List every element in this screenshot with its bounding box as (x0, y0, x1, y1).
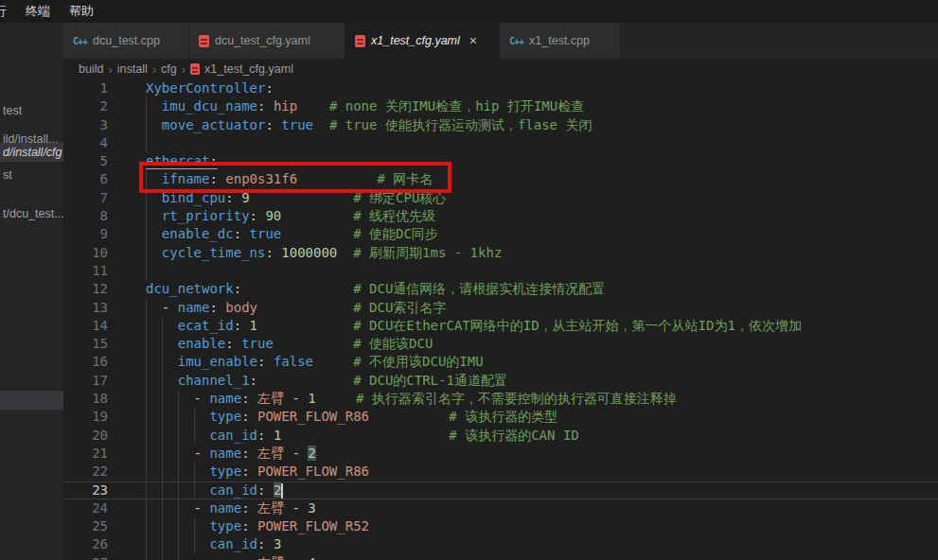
code-line[interactable]: 25 type: POWER_FLOW_R52 (63, 517, 938, 535)
code-content[interactable]: XyberController: (120, 79, 938, 97)
code-content[interactable] (120, 134, 938, 152)
line-number[interactable]: 16 (63, 353, 120, 371)
code-line[interactable]: 24 - name: 左臂 - 3 (63, 499, 938, 517)
breadcrumb-file[interactable]: x1_test_cfg.yaml (204, 62, 293, 76)
sidebar-item[interactable]: st (0, 166, 63, 184)
code-content[interactable] (120, 262, 938, 280)
code-content[interactable]: can_id: 3 (120, 535, 938, 553)
code-content[interactable]: - name: 左臂 - 2 (120, 445, 938, 463)
breadcrumb-segment[interactable]: install (117, 62, 148, 76)
sidebar-item[interactable]: d/install/cfg (0, 143, 63, 162)
indent-guide-line (162, 408, 163, 426)
tab-dcu_test_cfg.yaml[interactable]: dcu_test_cfg.yaml (189, 23, 345, 59)
code-line[interactable]: 19 type: POWER_FLOW_R86 # 该执行器的类型 (63, 408, 938, 426)
code-content[interactable]: ecat_id: 1 # DCU在EtherCAT网络中的ID，从主站开始，第一… (120, 317, 938, 335)
code-content[interactable]: type: POWER_FLOW_R52 (120, 517, 938, 535)
tab-dcu_test.cpp[interactable]: C++dcu_test.cpp (63, 23, 189, 59)
code-content[interactable]: cycle_time_ns: 1000000 # 刷新周期1ms - 1khz (120, 244, 938, 262)
sidebar-item[interactable]: t/dcu_test... (0, 204, 63, 223)
code-line[interactable]: 8 rt_priority: 90 # 线程优先级 (63, 207, 938, 225)
code-line[interactable]: 21 - name: 左臂 - 2 (63, 445, 938, 463)
line-number[interactable]: 22 (63, 463, 120, 481)
code-line[interactable]: 4 (63, 134, 938, 152)
code-content[interactable]: - name: 左臂 - 3 (120, 499, 938, 517)
code-line[interactable]: 1XyberController: (63, 79, 938, 97)
line-number[interactable]: 5 (63, 152, 120, 170)
line-number[interactable]: 8 (63, 207, 120, 225)
line-number[interactable]: 19 (63, 408, 120, 426)
code-content[interactable]: can_id: 1 # 该执行器的CAN ID (120, 427, 938, 445)
line-number[interactable]: 26 (63, 535, 120, 553)
code-content[interactable]: - name: 左臂 - 1 # 执行器索引名字，不需要控制的执行器可直接注释掉 (120, 390, 938, 408)
code-line[interactable]: 27 - name: 左臂 - 4 (63, 554, 938, 560)
breadcrumb-segment[interactable]: cfg (161, 62, 177, 76)
code-line[interactable]: 10 cycle_time_ns: 1000000 # 刷新周期1ms - 1k… (63, 244, 938, 262)
code-content[interactable]: dcu_network: # DCU通信网络，请根据实机连接情况配置 (120, 280, 938, 298)
code-line[interactable]: 20 can_id: 1 # 该执行器的CAN ID (63, 427, 938, 445)
line-number[interactable]: 12 (63, 280, 120, 298)
line-number[interactable]: 3 (63, 116, 120, 134)
code-content[interactable]: - name: 左臂 - 4 (120, 554, 938, 560)
line-number[interactable]: 2 (63, 97, 120, 115)
code-line[interactable]: 2 imu_dcu_name: hip # none 关闭IMU检查，hip 打… (63, 97, 938, 115)
line-number[interactable]: 7 (63, 189, 120, 207)
close-icon[interactable]: × (469, 34, 477, 47)
code-line[interactable]: 14 ecat_id: 1 # DCU在EtherCAT网络中的ID，从主站开始… (63, 317, 938, 335)
line-number[interactable]: 1 (63, 79, 120, 97)
tab-x1_test.cpp[interactable]: C++x1_test.cpp (500, 23, 621, 59)
line-number[interactable]: 20 (63, 427, 120, 445)
line-number[interactable]: 4 (63, 134, 120, 152)
line-number[interactable]: 25 (63, 517, 120, 535)
code-line[interactable]: 13 - name: body # DCU索引名字 (63, 299, 938, 317)
code-line[interactable]: 12dcu_network: # DCU通信网络，请根据实机连接情况配置 (63, 280, 938, 298)
chevron-right-icon: › (182, 62, 186, 77)
code-line[interactable]: 26 can_id: 3 (63, 535, 938, 553)
code-content[interactable]: channel_1: # DCU的CTRL-1通道配置 (120, 372, 938, 390)
code-content[interactable]: rt_priority: 90 # 线程优先级 (120, 207, 938, 225)
code-content[interactable]: imu_enable: false # 不使用该DCU的IMU (120, 353, 938, 371)
line-number[interactable]: 14 (63, 317, 120, 335)
token: 3 (274, 536, 281, 551)
code-content[interactable]: enable: true # 使能该DCU (120, 335, 938, 353)
code-line[interactable]: 11 (63, 262, 938, 280)
code-line[interactable]: 18 - name: 左臂 - 1 # 执行器索引名字，不需要控制的执行器可直接… (63, 390, 938, 408)
line-number[interactable]: 23 (63, 481, 120, 499)
line-number[interactable]: 15 (63, 335, 120, 353)
line-number[interactable]: 10 (63, 244, 120, 262)
sidebar-item[interactable]: test (0, 101, 63, 120)
code-content[interactable]: can_id: 2 (120, 481, 938, 499)
code-line[interactable]: 9 enable_dc: true # 使能DC同步 (63, 225, 938, 243)
code-content[interactable]: imu_dcu_name: hip # none 关闭IMU检查，hip 打开I… (120, 97, 938, 115)
line-number[interactable]: 13 (63, 299, 120, 317)
sidebar-item[interactable] (0, 391, 63, 410)
line-number[interactable]: 18 (63, 390, 120, 408)
line-number[interactable]: 21 (63, 445, 120, 463)
menu-item-terminal[interactable]: 终端 (16, 3, 60, 20)
line-number[interactable]: 17 (63, 372, 120, 390)
code-line[interactable]: 22 type: POWER_FLOW_R86 (63, 463, 938, 481)
line-number[interactable]: 6 (63, 170, 120, 188)
code-content[interactable]: type: POWER_FLOW_R86 (120, 463, 938, 481)
code-line[interactable]: 16 imu_enable: false # 不使用该DCU的IMU (63, 353, 938, 371)
token: : (257, 536, 274, 551)
code-content[interactable]: enable_dc: true # 使能DC同步 (120, 225, 938, 243)
line-number[interactable]: 9 (63, 225, 120, 243)
tab-x1_test_cfg.yaml[interactable]: x1_test_cfg.yaml× (345, 23, 500, 59)
code-content[interactable]: move_actuator: true # true 使能执行器运动测试，fla… (120, 116, 938, 134)
line-number[interactable]: 27 (63, 554, 120, 560)
token: 左臂 (257, 500, 284, 516)
line-number[interactable]: 24 (63, 499, 120, 517)
code-line[interactable]: 3 move_actuator: true # true 使能执行器运动测试，f… (63, 116, 938, 134)
code-content[interactable]: type: POWER_FLOW_R86 # 该执行器的类型 (120, 408, 938, 426)
code-content[interactable]: - name: body # DCU索引名字 (120, 299, 938, 317)
token: : (225, 336, 241, 351)
code-line[interactable]: 23 can_id: 2 (63, 481, 938, 499)
code-editor[interactable]: 1XyberController:2 imu_dcu_name: hip # n… (63, 79, 938, 560)
token: 2 (308, 446, 315, 461)
menu-item-help[interactable]: 帮助 (60, 3, 103, 20)
menu-item-run[interactable]: 行 (0, 3, 16, 20)
code-line[interactable]: 15 enable: true # 使能该DCU (63, 335, 938, 353)
breadcrumb-segment[interactable]: build (79, 62, 103, 76)
code-line[interactable]: 17 channel_1: # DCU的CTRL-1通道配置 (63, 372, 938, 390)
line-number[interactable]: 11 (63, 262, 120, 280)
